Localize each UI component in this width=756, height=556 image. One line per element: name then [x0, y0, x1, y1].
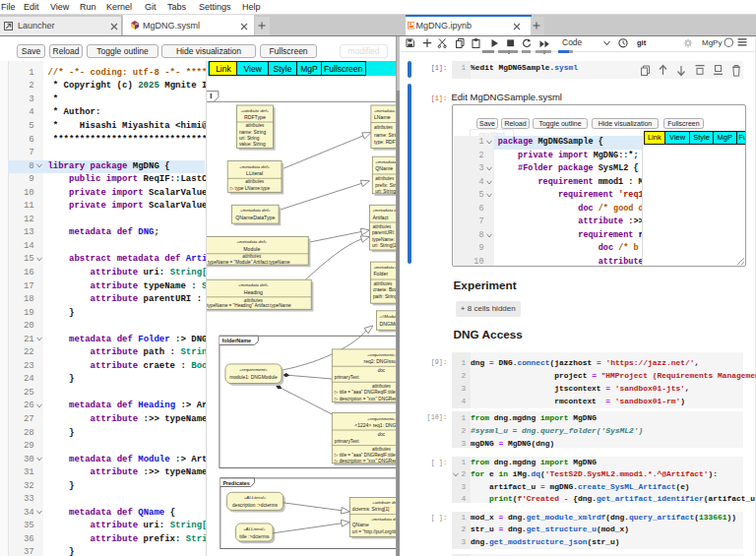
svg-text:Artifact: Artifact [372, 215, 389, 220]
svg-text:attributes: attributes [373, 281, 393, 286]
svg-text:RDFType: RDFType [244, 114, 266, 120]
svg-text:«metadata def»: «metadata def» [238, 282, 269, 287]
svg-text:craete: Boolean: craete: Boolean [372, 287, 396, 292]
svg-text:git: git [637, 38, 647, 47]
svg-text:«metadata def»: «metadata def» [375, 159, 397, 164]
svg-text:prefix: String: prefix: String [375, 183, 397, 188]
svg-text:parentURI: String: parentURI: String [371, 230, 396, 235]
svg-text:«requirement»: «requirement» [367, 352, 396, 357]
svg-text:attributes: attributes [372, 447, 392, 452]
svg-text:Code: Code [562, 37, 583, 47]
svg-text:«attribute def»: «attribute def» [372, 500, 397, 505]
svg-text:primaryText: primaryText [334, 439, 358, 444]
svg-text:attributes: attributes [372, 384, 392, 389]
svg-text:name: String[1]: name: String[1] [373, 133, 396, 138]
svg-text:uri: String: uri: String [238, 136, 259, 141]
svg-text:«ALLiteral»: «ALLiteral» [243, 526, 266, 531]
svg-text:«metadata def»: «metadata def» [371, 517, 397, 522]
svg-text:MgPy: MgPy [702, 38, 722, 47]
svg-text:▷ title = "aaa" DNGReqIF:title: ▷ title = "aaa" DNGReqIF:title [334, 453, 395, 458]
svg-text:Heading: Heading [243, 289, 262, 295]
svg-text:attributes: attributes [242, 254, 262, 259]
svg-text:«requirement»: «requirement» [239, 367, 268, 372]
svg-text:DNGModule: DNGModule [379, 321, 396, 327]
svg-text:▷ description = "xxx" DNGReq: ▷ description = "xxx" DNGReq [334, 397, 396, 402]
svg-text:uri = "http://purl.org/dc/term: uri = "http://purl.org/dc/terms" [351, 529, 396, 534]
svg-text:uri: String[1]: uri: String[1] [371, 243, 396, 248]
svg-text:typeName = "Heading" Artifact:: typeName = "Heading" Artifact:typeName [207, 303, 291, 308]
svg-text:Module: Module [243, 246, 260, 252]
svg-text:value: String: value: String [238, 142, 265, 147]
svg-text:typeName = "Module" Artifact:t: typeName = "Module" Artifact:typeName [207, 260, 289, 265]
svg-text:«metadata def»: «metadata def» [372, 208, 396, 213]
svg-text:doc: doc [377, 368, 385, 373]
svg-text:attributes: attributes [373, 125, 393, 130]
svg-text:QName: QName [351, 523, 368, 527]
svg-text:▷ type LName:type: ▷ type LName:type [229, 186, 270, 191]
svg-text:«attribute def»: «attribute def» [240, 108, 269, 113]
svg-text:Folder: Folder [373, 271, 388, 277]
svg-text:folderName: folderName [221, 338, 251, 343]
svg-text:«metadata def»: «metadata def» [236, 239, 267, 244]
svg-text:LLiteral: LLiteral [246, 170, 263, 176]
svg-text:attributes: attributes [243, 298, 263, 303]
svg-text:attributes: attributes [375, 176, 395, 181]
svg-text:path: String[1]: path: String[1] [372, 294, 396, 299]
svg-text:primaryText: primaryText [334, 375, 358, 380]
svg-text:req2: DNGIssue: req2: DNGIssue [363, 358, 396, 364]
svg-text:«#Module»: «#Module» [379, 314, 396, 319]
svg-text:module1: DNGModule: module1: DNGModule [229, 375, 278, 380]
svg-text:attributes: attributes [245, 123, 265, 128]
svg-text:QName: QName [375, 165, 393, 171]
svg-text:title :>dcterms: title :>dcterms [239, 534, 270, 539]
svg-text:«metadata def»: «metadata def» [373, 108, 396, 113]
svg-text:description :>dcterms: description :>dcterms [232, 503, 278, 508]
svg-text:dcterms: String[1]: dcterms: String[1] [351, 507, 389, 512]
svg-text:attributes: attributes [372, 224, 392, 229]
svg-text:«requirement»: «requirement» [367, 416, 396, 421]
svg-text:type: RDFType: type: RDFType [373, 140, 396, 145]
svg-text:«ALLiteral»: «ALLiteral» [243, 495, 266, 500]
svg-text:«metadata def»: «metadata def» [373, 265, 396, 270]
svg-text:«metadata def»: «metadata def» [240, 208, 271, 213]
svg-text:Predicates: Predicates [222, 480, 249, 486]
svg-text:doc: doc [377, 432, 385, 437]
svg-text:typeName: String: typeName: String [371, 237, 396, 242]
svg-text:▷ description = "xxx" DNGReq: ▷ description = "xxx" DNGReq [334, 459, 396, 463]
svg-text:«metadata def»: «metadata def» [239, 164, 270, 169]
svg-text:QNameDataType: QNameDataType [235, 215, 275, 220]
svg-text:uri: String[1]: uri: String[1] [375, 189, 397, 194]
svg-text:name: String: name: String [238, 130, 266, 135]
svg-text:attributes: attributes [245, 179, 265, 184]
svg-text:<1224> req1: DNGIssue: <1224> req1: DNGIssue [354, 422, 397, 428]
svg-text:LName: LName [373, 114, 390, 120]
svg-text:▷ title = "aaa" DNGReqIF:title: ▷ title = "aaa" DNGReqIF:title [334, 390, 395, 395]
